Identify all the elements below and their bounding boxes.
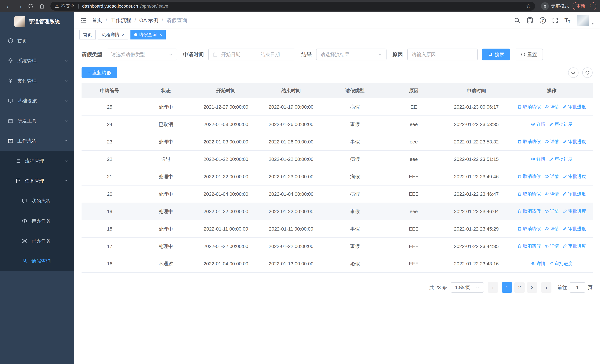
close-icon[interactable]: × (122, 32, 124, 37)
prev-page-button[interactable]: ‹ (488, 282, 498, 293)
cell-reason: EEE (386, 255, 442, 272)
action-progress[interactable]: 审批进度 (562, 104, 586, 110)
breadcrumb-item-oa-example[interactable]: OA 示例 (139, 17, 159, 24)
view-icon (544, 192, 549, 196)
action-progress[interactable]: 审批进度 (562, 208, 586, 214)
breadcrumb-item-workflow[interactable]: 工作流程 (111, 17, 131, 24)
action-detail[interactable]: 详情 (544, 104, 559, 110)
next-page-button[interactable]: › (541, 282, 552, 293)
create-leave-button[interactable]: + 发起请假 (82, 67, 117, 78)
action-detail[interactable]: 详情 (544, 243, 559, 249)
action-cancel[interactable]: 取消请假 (517, 173, 541, 179)
cell-status: 已取消 (138, 116, 194, 133)
action-detail[interactable]: 详情 (531, 261, 545, 267)
action-progress[interactable]: 审批进度 (562, 226, 586, 232)
breadcrumb-item-home[interactable]: 首页 (92, 17, 102, 24)
search-toggle-button[interactable] (568, 67, 579, 78)
action-progress[interactable]: 审批进度 (549, 156, 572, 162)
user-avatar[interactable] (577, 15, 594, 26)
action-detail[interactable]: 详情 (531, 121, 545, 127)
table-header-row: 申请编号 状态 开始时间 结束时间 请假类型 原因 申请时间 操作 (82, 84, 593, 98)
help-icon[interactable]: ? (540, 17, 546, 24)
github-icon[interactable] (527, 17, 533, 24)
sidebar-item-system[interactable]: 系统管理 (0, 51, 74, 71)
search-icon (571, 70, 576, 75)
tab-leave-query[interactable]: 请假查询× (131, 30, 166, 39)
action-progress[interactable]: 审批进度 (562, 173, 586, 179)
action-cancel[interactable]: 取消请假 (517, 243, 541, 249)
reset-button[interactable]: 重置 (515, 48, 543, 60)
action-detail[interactable]: 详情 (531, 156, 545, 162)
chevron-down-icon (476, 285, 479, 289)
content: 请假类型 请选择请假类型 申请时间 (74, 41, 600, 364)
sidebar-item-done-tasks[interactable]: 已办任务 (0, 231, 74, 251)
back-icon[interactable]: ← (4, 1, 13, 11)
workflow-submenu: 流程管理任务管理我的流程待办任务已办任务请假查询 (0, 151, 74, 271)
action-detail[interactable]: 详情 (544, 208, 559, 214)
cell-start-time: 2022-01-11 00:00:00 (194, 220, 258, 238)
bookmark-star-icon[interactable]: ☆ (526, 3, 531, 9)
page-jump: 前往 页 (557, 282, 593, 293)
sidebar-item-dev-tools[interactable]: 研发工具 (0, 111, 74, 131)
cell-reason: EEE (386, 238, 442, 255)
reason-input[interactable] (408, 49, 477, 60)
forward-icon[interactable]: → (15, 1, 24, 11)
search-button[interactable]: 搜索 (482, 48, 510, 60)
hamburger-icon[interactable] (80, 17, 87, 24)
table-row: 23处理中2022-01-03 00:00:002022-01-26 00:00… (82, 133, 593, 150)
sidebar-item-workflow[interactable]: 工作流程 (0, 131, 74, 151)
action-cancel[interactable]: 取消请假 (517, 104, 541, 110)
page-3-button[interactable]: 3 (527, 282, 537, 293)
action-detail[interactable]: 详情 (544, 226, 559, 232)
fullscreen-icon[interactable] (552, 18, 558, 23)
home-icon[interactable] (37, 1, 47, 11)
result-select[interactable]: 请选择流结果 (316, 48, 386, 60)
cell-end-time: 2022-01-22 00:00:00 (258, 150, 324, 168)
action-detail[interactable]: 详情 (544, 173, 559, 179)
tab-home[interactable]: 首页 (79, 30, 96, 39)
refresh-button[interactable] (582, 67, 593, 78)
reload-icon[interactable] (26, 1, 36, 11)
action-cancel[interactable]: 取消请假 (517, 139, 541, 145)
font-size-icon[interactable]: TT (564, 18, 570, 23)
apply-time-range-picker[interactable]: 开始日期 - 结束日期 (208, 48, 295, 60)
action-progress[interactable]: 审批进度 (549, 261, 572, 267)
sidebar-menu: 首页系统管理支付管理基础设施研发工具工作流程流程管理任务管理我的流程待办任务已办… (0, 31, 74, 271)
action-cancel[interactable]: 取消请假 (517, 226, 541, 232)
action-detail[interactable]: 详情 (544, 139, 559, 145)
table-row: 21处理中2022-01-22 00:00:002022-01-23 00:00… (82, 168, 593, 185)
sidebar-item-task-management[interactable]: 任务管理 (0, 171, 74, 191)
search-icon[interactable] (514, 17, 520, 24)
url-bar[interactable]: ⚠ 不安全 dashboard.yudao.iocoder.cn/bpm/oa/… (50, 2, 535, 10)
action-cancel[interactable]: 取消请假 (517, 208, 541, 214)
table-row: 18处理中2022-01-11 00:00:002022-01-11 00:00… (82, 220, 593, 238)
action-detail[interactable]: 详情 (544, 191, 559, 197)
action-progress[interactable]: 审批进度 (562, 243, 586, 249)
sidebar-item-infrastructure[interactable]: 基础设施 (0, 91, 74, 111)
sidebar-item-home[interactable]: 首页 (0, 31, 74, 51)
view-icon (531, 122, 535, 126)
browser-menu-icon[interactable]: ⋮ (588, 3, 593, 9)
sidebar-item-payment[interactable]: 支付管理 (0, 71, 74, 91)
edit-icon (549, 261, 553, 266)
sidebar-item-process-management[interactable]: 流程管理 (0, 151, 74, 171)
action-cancel[interactable]: 取消请假 (517, 191, 541, 197)
cell-end-time: 2022-01-13 00:00:00 (258, 255, 324, 272)
sidebar-item-my-process[interactable]: 我的流程 (0, 191, 74, 211)
page-jump-input[interactable] (570, 282, 585, 293)
page-1-button[interactable]: 1 (502, 282, 512, 293)
sidebar-item-leave-query[interactable]: 请假查询 (0, 251, 74, 271)
tab-process-detail[interactable]: 流程详情× (98, 30, 128, 39)
app-logo[interactable]: 芋道管理系统 (0, 12, 74, 31)
sidebar-item-label: 系统管理 (18, 58, 62, 64)
page-2-button[interactable]: 2 (514, 282, 525, 293)
table-row: 17处理中2022-01-22 00:00:002022-01-22 00:00… (82, 238, 593, 255)
page-size-select[interactable]: 10条/页 (451, 282, 484, 293)
action-progress[interactable]: 审批进度 (562, 191, 586, 197)
close-icon[interactable]: × (159, 32, 162, 37)
update-button[interactable]: 更新 ⋮ (572, 2, 596, 10)
leave-type-select[interactable]: 请选择请假类型 (107, 48, 177, 60)
action-progress[interactable]: 审批进度 (562, 139, 586, 145)
action-progress[interactable]: 审批进度 (549, 121, 572, 127)
sidebar-item-todo-tasks[interactable]: 待办任务 (0, 211, 74, 231)
